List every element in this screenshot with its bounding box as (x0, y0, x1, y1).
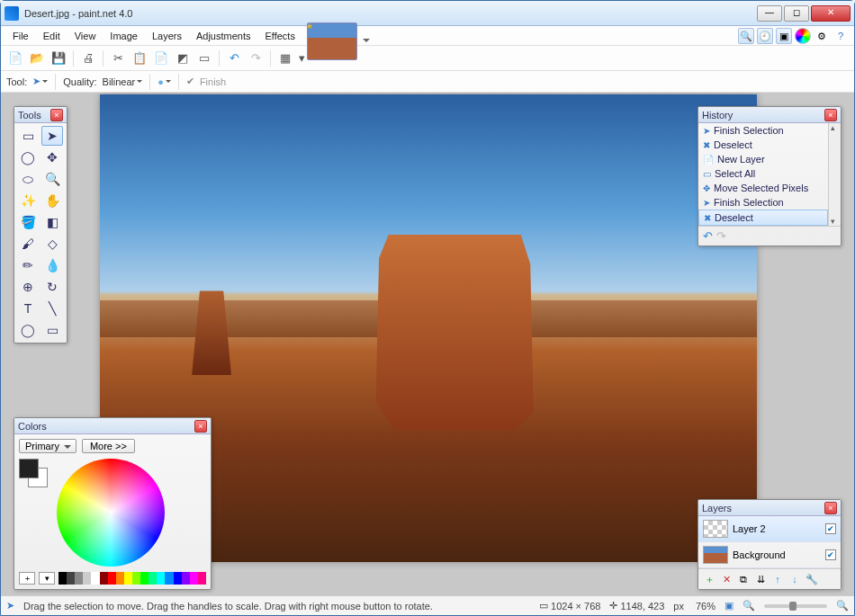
history-close-icon[interactable]: × (824, 109, 837, 121)
merge-layer-icon[interactable]: ⇊ (753, 572, 768, 586)
palette-swatch[interactable] (67, 572, 75, 585)
clone-stamp-tool[interactable]: ⊕ (17, 277, 39, 297)
colors-close-icon[interactable]: × (194, 420, 207, 433)
layer-row[interactable]: Background✔ (698, 542, 841, 568)
paste-icon[interactable]: 📄 (152, 49, 170, 67)
layer-up-icon[interactable]: ↑ (770, 572, 785, 586)
text-tool[interactable]: T (17, 299, 39, 318)
palette-swatch[interactable] (83, 572, 91, 585)
palette-swatch[interactable] (91, 572, 99, 585)
palette-strip[interactable] (58, 572, 206, 585)
rectangle-tool[interactable]: ▭ (41, 320, 63, 340)
palette-swatch[interactable] (116, 572, 124, 585)
maximize-button[interactable]: ◻ (784, 5, 809, 22)
menu-file[interactable]: File (6, 29, 35, 43)
history-item[interactable]: ✖Deselect (698, 210, 828, 226)
palette-swatch[interactable] (108, 572, 116, 585)
sampling-selector[interactable]: ● (158, 76, 171, 87)
history-undo-icon[interactable]: ↶ (703, 229, 713, 243)
palette-swatch[interactable] (75, 572, 83, 585)
menu-adjustments[interactable]: Adjustments (190, 29, 257, 43)
palette-swatch[interactable] (132, 572, 140, 585)
close-button[interactable]: ✕ (811, 5, 850, 22)
history-panel-title[interactable]: History× (698, 107, 841, 123)
ellipse-select-tool[interactable]: ⬭ (17, 169, 39, 189)
fit-window-icon[interactable]: ▣ (724, 600, 734, 612)
layer-visible-checkbox[interactable]: ✔ (825, 523, 836, 534)
move-selection-tool[interactable]: ➤ (41, 126, 63, 146)
redo-icon[interactable]: ↷ (247, 49, 265, 67)
grid-dropdown-icon[interactable]: ▾ (298, 49, 305, 67)
status-unit[interactable]: px (673, 601, 687, 612)
history-item[interactable]: ✖Deselect (698, 138, 828, 152)
copy-icon[interactable]: 📋 (130, 49, 148, 67)
zoom-out-icon[interactable]: 🔍 (742, 600, 755, 612)
duplicate-layer-icon[interactable]: ⧉ (736, 572, 751, 586)
undo-icon[interactable]: ↶ (225, 49, 243, 67)
color-picker-tool[interactable]: 💧 (41, 255, 63, 275)
print-icon[interactable]: 🖨 (79, 49, 97, 67)
zoom-tool[interactable]: 🔍 (41, 169, 63, 189)
magic-wand-tool[interactable]: ✨ (17, 191, 39, 210)
paint-bucket-tool[interactable]: 🪣 (17, 212, 39, 232)
layer-row[interactable]: Layer 2✔ (698, 516, 841, 542)
layer-visible-checkbox[interactable]: ✔ (825, 549, 836, 560)
palette-swatch[interactable] (58, 572, 67, 585)
palette-swatch[interactable] (124, 572, 132, 585)
tool-selector[interactable]: ➤ (32, 76, 48, 87)
zoom-slider[interactable] (764, 604, 827, 608)
palette-swatch[interactable] (165, 572, 173, 585)
color-swatches[interactable] (19, 459, 50, 489)
palette-swatch[interactable] (100, 572, 108, 585)
layers-panel-title[interactable]: Layers× (698, 500, 841, 516)
colors-toggle-icon[interactable] (795, 28, 811, 44)
document-dropdown-icon[interactable] (363, 39, 370, 46)
add-layer-icon[interactable]: ＋ (702, 572, 716, 586)
palette-swatch[interactable] (148, 572, 157, 585)
help-icon[interactable]: ? (832, 28, 849, 44)
menu-effects[interactable]: Effects (259, 29, 302, 43)
palette-swatch[interactable] (174, 572, 182, 585)
palette-swatch[interactable] (182, 572, 190, 585)
open-icon[interactable]: 📂 (28, 49, 46, 67)
palette-menu-icon[interactable]: ▾ (39, 572, 55, 585)
pan-tool[interactable]: ✋ (41, 191, 63, 210)
quality-selector[interactable]: Bilinear (103, 76, 143, 87)
cut-icon[interactable]: ✂ (109, 49, 127, 67)
layers-toggle-icon[interactable]: ▣ (776, 28, 792, 44)
settings-icon[interactable]: ⚙ (814, 28, 830, 44)
palette-swatch[interactable] (198, 572, 206, 585)
color-wheel[interactable] (57, 459, 165, 567)
save-icon[interactable]: 💾 (50, 49, 68, 67)
minimize-button[interactable]: — (757, 5, 782, 22)
history-toggle-icon[interactable]: 🕘 (757, 28, 773, 44)
layers-close-icon[interactable]: × (824, 502, 837, 514)
lasso-tool[interactable]: ◯ (17, 147, 39, 167)
colors-panel-title[interactable]: Colors× (14, 418, 211, 434)
new-icon[interactable]: 📄 (6, 49, 24, 67)
palette-add-icon[interactable]: ＋ (19, 572, 35, 585)
delete-layer-icon[interactable]: ✕ (719, 572, 734, 586)
crop-icon[interactable]: ◩ (174, 49, 192, 67)
history-item[interactable]: ▭Select All (698, 166, 828, 181)
history-redo-icon[interactable]: ↷ (716, 229, 726, 243)
menu-edit[interactable]: Edit (37, 29, 67, 43)
primary-color-selector[interactable]: Primary (19, 439, 76, 453)
recolor-tool[interactable]: ↻ (41, 277, 63, 297)
menu-layers[interactable]: Layers (146, 29, 188, 43)
paintbrush-tool[interactable]: 🖌 (17, 234, 39, 254)
history-item[interactable]: ➤Finish Selection (698, 123, 828, 138)
menu-image[interactable]: Image (104, 29, 144, 43)
tools-close-icon[interactable]: × (50, 109, 63, 121)
deselect-icon[interactable]: ▭ (195, 49, 213, 67)
palette-swatch[interactable] (157, 572, 165, 585)
gradient-tool[interactable]: ◧ (41, 212, 63, 232)
layer-down-icon[interactable]: ↓ (788, 572, 802, 586)
palette-swatch[interactable] (140, 572, 148, 585)
history-item[interactable]: ➤Finish Selection (698, 195, 828, 210)
tools-panel-title[interactable]: Tools× (14, 107, 67, 123)
history-scrollbar[interactable] (828, 123, 841, 226)
primary-swatch[interactable] (19, 459, 39, 478)
move-selected-tool[interactable]: ✥ (41, 147, 63, 167)
layer-properties-icon[interactable]: 🔧 (805, 572, 819, 586)
